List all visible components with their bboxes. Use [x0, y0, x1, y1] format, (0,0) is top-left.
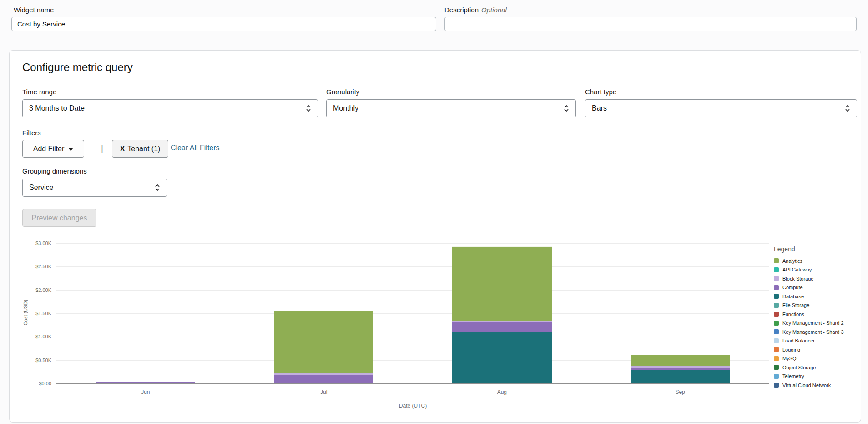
y-axis-title: Cost (USD)	[23, 290, 28, 335]
time-range-select[interactable]: 3 Months to Date	[22, 99, 318, 117]
chart-type-select[interactable]: Bars	[585, 99, 857, 117]
filter-separator: |	[101, 143, 103, 153]
caret-down-icon	[68, 145, 73, 153]
legend-swatch-icon	[774, 276, 779, 281]
legend-swatch-icon	[774, 356, 779, 361]
widget-name-label: Widget name	[14, 6, 54, 14]
legend-label: Analytics	[782, 258, 802, 264]
legend-swatch-icon	[774, 365, 779, 370]
bar-segment-compute	[96, 382, 195, 383]
legend-title: Legend	[774, 245, 844, 253]
bar-aug	[452, 243, 552, 383]
legend-item-api-gateway: API Gateway	[774, 266, 844, 275]
granularity-label: Granularity	[326, 88, 359, 96]
legend-label: Block Storage	[782, 276, 813, 281]
legend-item-telemetry: Telemetry	[774, 372, 844, 381]
chevron-updown-icon	[564, 104, 569, 112]
card-title: Configure metric query	[22, 61, 133, 74]
bar-segment-database	[452, 332, 552, 383]
legend-item-mysql: MySQL	[774, 354, 844, 363]
legend-item-functions: Functions	[774, 310, 844, 319]
chart-legend: LegendAnalyticsAPI GatewayBlock StorageC…	[774, 245, 844, 390]
legend-item-compute: Compute	[774, 283, 844, 292]
legend-label: File Storage	[782, 302, 809, 308]
legend-swatch-icon	[774, 338, 779, 343]
legend-item-load-balancer: Load Balancer	[774, 337, 844, 346]
x-tick-label: Aug	[484, 389, 520, 395]
chart-type-value: Bars	[592, 104, 607, 112]
granularity-value: Monthly	[333, 104, 358, 112]
legend-label: Virtual Cloud Network	[782, 383, 831, 388]
legend-label: Telemetry	[782, 373, 804, 379]
preview-changes-button[interactable]: Preview changes	[22, 209, 96, 227]
grouping-dimensions-label: Grouping dimensions	[22, 167, 87, 175]
bar-segment-file-storage	[452, 383, 552, 383]
widget-name-input[interactable]	[11, 17, 436, 31]
legend-item-logging: Logging	[774, 345, 844, 354]
tenant-filter-chip[interactable]: X Tenant (1)	[112, 140, 168, 158]
y-tick-label: $0.50K	[19, 358, 51, 363]
legend-label: API Gateway	[782, 267, 812, 272]
bar-segment-compute	[452, 322, 552, 332]
legend-swatch-icon	[774, 285, 779, 290]
legend-item-block-storage: Block Storage	[774, 274, 844, 283]
bar-segment-analytics	[631, 355, 730, 366]
description-input[interactable]	[444, 17, 857, 31]
bar-segment-mysql	[631, 383, 730, 383]
legend-label: Key Management - Shard 2	[782, 320, 844, 326]
bar-segment-database	[631, 370, 730, 383]
legend-swatch-icon	[774, 321, 779, 326]
legend-label: Functions	[782, 312, 804, 317]
legend-swatch-icon	[774, 258, 779, 263]
bar-segment-block-storage	[631, 366, 730, 368]
legend-label: Compute	[782, 285, 803, 290]
y-tick-label: $0.00	[19, 381, 51, 386]
legend-item-database: Database	[774, 292, 844, 301]
legend-label: Object Storage	[782, 365, 816, 370]
legend-label: MySQL	[782, 356, 799, 361]
time-range-label: Time range	[22, 88, 56, 96]
granularity-select[interactable]: Monthly	[326, 99, 576, 117]
description-optional-label: Optional	[481, 6, 507, 14]
bar-jun	[96, 243, 195, 383]
add-filter-button[interactable]: Add Filter	[22, 140, 84, 158]
legend-item-file-storage: File Storage	[774, 301, 844, 310]
legend-item-analytics: Analytics	[774, 256, 844, 266]
grouping-dimensions-select[interactable]: Service	[22, 179, 167, 197]
legend-swatch-icon	[774, 374, 779, 379]
bar-segment-block-storage	[274, 373, 373, 374]
legend-swatch-icon	[774, 347, 779, 352]
legend-label: Key Management - Shard 3	[782, 329, 844, 335]
legend-swatch-icon	[774, 329, 779, 334]
x-tick-label: Jun	[127, 389, 164, 395]
description-label: DescriptionOptional	[444, 6, 507, 14]
x-tick-label: Sep	[662, 389, 698, 395]
bar-segment-block-storage	[452, 321, 552, 322]
legend-item-key-management-shard-3: Key Management - Shard 3	[774, 327, 844, 337]
legend-label: Logging	[782, 347, 800, 352]
widget-editor-page: Widget name DescriptionOptional Configur…	[0, 0, 868, 424]
legend-swatch-icon	[774, 294, 779, 299]
section-divider	[22, 230, 858, 230]
tenant-chip-label: Tenant (1)	[127, 145, 160, 153]
x-axis-title: Date (UTC)	[386, 403, 440, 409]
bar-segment-analytics	[274, 311, 373, 373]
legend-swatch-icon	[774, 267, 779, 272]
clear-all-filters-link[interactable]: Clear All Filters	[171, 144, 220, 152]
configure-metric-query-card: Configure metric query Time range 3 Mont…	[9, 50, 861, 423]
bar-sep	[631, 243, 730, 383]
legend-swatch-icon	[774, 312, 779, 317]
bar-segment-analytics	[452, 246, 552, 321]
x-tick-label: Jul	[306, 389, 342, 395]
y-tick-label: $2.50K	[19, 264, 51, 269]
remove-filter-x-icon[interactable]: X	[120, 145, 125, 153]
bar-segment-compute	[274, 375, 373, 384]
legend-item-key-management-shard-2: Key Management - Shard 2	[774, 319, 844, 328]
y-tick-label: $3.00K	[19, 240, 51, 246]
legend-swatch-icon	[774, 303, 779, 308]
grouping-dimensions-value: Service	[29, 184, 53, 192]
legend-item-virtual-cloud-network: Virtual Cloud Network	[774, 381, 844, 390]
filters-label: Filters	[22, 129, 41, 137]
legend-label: Load Balancer	[782, 338, 815, 343]
legend-item-object-storage: Object Storage	[774, 363, 844, 372]
